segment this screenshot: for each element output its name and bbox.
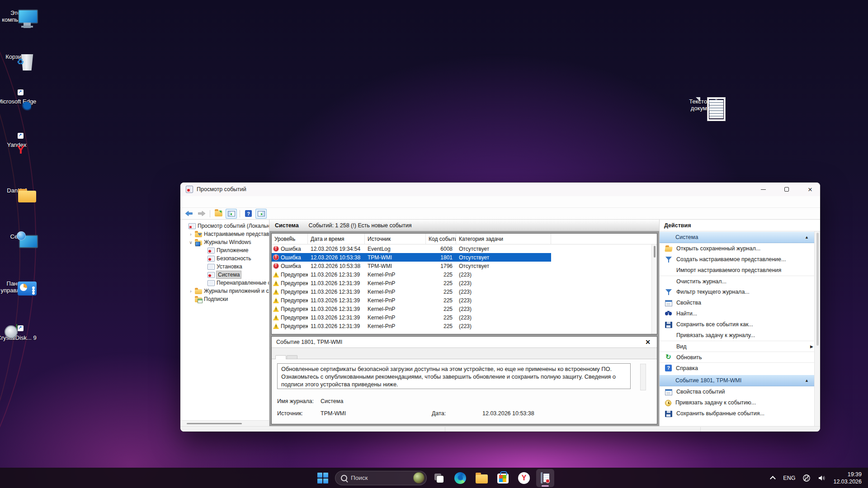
event-row[interactable]: Предупреж... 11.03.2026 12:31:39 Kernel-… <box>272 270 657 279</box>
tree-expander[interactable]: ∨ <box>189 240 193 245</box>
event-viewer-taskbar-button[interactable] <box>536 469 554 487</box>
event-row[interactable]: Ошибка 12.03.2026 19:34:54 EventLog 6008… <box>272 244 657 253</box>
desktop-icon[interactable]: Текстовый документ <box>683 96 724 112</box>
event-level-cell: Предупреж... <box>272 270 308 279</box>
action-item[interactable]: Сохранить все события как... <box>660 319 814 330</box>
action-item[interactable]: Фильтр текущего журнала... <box>660 286 814 297</box>
event-category-cell: (223) <box>456 322 551 330</box>
back-button[interactable] <box>183 209 194 219</box>
search-input[interactable] <box>351 474 410 481</box>
event-row[interactable]: Предупреж... 11.03.2026 12:31:39 Kernel-… <box>272 313 657 322</box>
language-indicator[interactable]: ENG <box>783 475 795 481</box>
tree-item[interactable]: › Журналы приложений и сл <box>180 287 269 295</box>
event-row[interactable]: Предупреж... 11.03.2026 12:31:39 Kernel-… <box>272 287 657 296</box>
microsoft-store-button[interactable] <box>494 469 512 487</box>
action-item[interactable]: Свойства событий <box>660 386 814 397</box>
search-daily-image[interactable] <box>413 472 425 483</box>
tree-item-label: Система <box>217 271 241 278</box>
action-item[interactable]: Справка <box>660 362 814 373</box>
desktop-icon[interactable]: Панель управления <box>0 278 37 294</box>
network-globe-icon[interactable] <box>802 474 811 482</box>
tree-item[interactable]: ∨ Журналы Windows <box>180 238 269 246</box>
help-button[interactable] <box>243 209 254 219</box>
event-row[interactable]: Ошибка 12.03.2026 10:53:38 TPM-WMI 1801 … <box>272 253 657 262</box>
open-saved-log-button[interactable] <box>213 209 224 219</box>
start-button[interactable] <box>314 469 332 487</box>
action-item[interactable]: Система ▲ <box>660 231 814 243</box>
desktop-icon[interactable]: Корзина <box>0 52 37 60</box>
menu-item[interactable] <box>208 200 216 204</box>
toggle-console-tree-button[interactable] <box>226 209 237 219</box>
action-item[interactable]: Свойства <box>660 297 814 308</box>
column-category[interactable]: Категория задачи <box>456 234 551 244</box>
menu-item[interactable] <box>183 200 191 204</box>
file-explorer-button[interactable] <box>472 469 491 487</box>
details-close-icon[interactable]: ✕ <box>643 338 652 346</box>
close-button[interactable]: × <box>800 183 820 196</box>
action-item[interactable]: Привязать задачу к журналу... <box>660 330 814 341</box>
toggle-action-pane-button[interactable] <box>255 209 267 219</box>
title-bar[interactable]: Просмотр событий × <box>180 183 820 196</box>
action-item[interactable]: Очистить журнал... <box>660 276 814 286</box>
tree-expander[interactable]: › <box>189 289 193 294</box>
scrollbar-thumb[interactable] <box>654 246 656 258</box>
scrollbar-thumb[interactable] <box>816 233 819 346</box>
desktop-icon[interactable]: Microsoft Edge <box>0 96 37 105</box>
desktop-icon[interactable]: Этот компьютер <box>0 8 37 23</box>
scrollbar-thumb[interactable] <box>187 423 242 424</box>
action-item[interactable]: Открыть сохраненный журнал... <box>660 243 814 254</box>
description-scrollbar[interactable] <box>640 364 646 390</box>
action-item[interactable]: Обновить <box>660 352 814 362</box>
menu-item[interactable] <box>199 200 208 204</box>
maximize-button[interactable] <box>777 183 797 196</box>
actions-scrollbar[interactable] <box>814 231 820 426</box>
action-item[interactable]: Импорт настраиваемого представления <box>660 265 814 276</box>
event-row[interactable]: Предупреж... 11.03.2026 12:31:39 Kernel-… <box>272 279 657 287</box>
action-item[interactable]: Создать настраиваемое представление... <box>660 254 814 265</box>
search-box[interactable] <box>335 471 427 485</box>
minimize-button[interactable] <box>753 183 773 196</box>
desktop-icon[interactable]: DanKof <box>0 185 37 194</box>
yandex-browser-button[interactable] <box>515 469 533 487</box>
menu-item[interactable] <box>191 200 199 204</box>
date-value: 12.03.2026 10:53:38 <box>482 410 534 417</box>
action-item[interactable]: Событие 1801, TPM-WMI ▲ <box>660 375 814 386</box>
tree-expander[interactable]: › <box>189 232 193 237</box>
event-row[interactable]: Предупреж... 11.03.2026 12:31:39 Kernel-… <box>272 296 657 305</box>
desktop-icon-label: Microsoft Edge <box>0 98 37 105</box>
result-header: Система Событий: 1 258 (!) Есть новые со… <box>269 220 659 231</box>
tree-item[interactable]: Приложение <box>180 246 269 254</box>
action-item[interactable]: Найти... <box>660 308 814 319</box>
action-item[interactable]: Вид ▶ <box>660 341 814 352</box>
hidden-icons-chevron-icon[interactable] <box>770 476 776 482</box>
details-tab[interactable] <box>287 355 297 359</box>
forward-button[interactable] <box>196 209 207 219</box>
event-code-cell: 6008 <box>426 244 456 253</box>
details-tab[interactable] <box>275 355 286 359</box>
action-item[interactable]: Привязать задачу к событию... <box>660 397 814 408</box>
tree-item[interactable]: Безопасность <box>180 254 269 263</box>
tree-horizontal-scrollbar[interactable] <box>180 420 269 426</box>
desktop-icon[interactable]: CrystalDisk... 9 <box>0 324 37 341</box>
edge-button[interactable] <box>451 469 469 487</box>
tree-item[interactable]: Установка <box>180 263 269 271</box>
event-row[interactable]: Предупреж... 11.03.2026 12:31:39 Kernel-… <box>272 305 657 313</box>
event-list-scrollbar[interactable] <box>651 244 657 334</box>
tree-item[interactable]: › Настраиваемые представле <box>180 230 269 238</box>
volume-icon[interactable] <box>818 474 826 482</box>
desktop-icon[interactable]: Yandex <box>0 140 37 148</box>
desktop-icon[interactable]: Сеть <box>0 231 37 240</box>
tree-item[interactable]: Просмотр событий (Локальнь <box>180 222 269 230</box>
tree-item[interactable]: Перенаправленные соб <box>180 279 269 287</box>
action-item[interactable]: Сохранить выбранные события... <box>660 408 814 419</box>
event-row[interactable]: Ошибка 12.03.2026 10:53:38 TPM-WMI 1796 … <box>272 262 657 270</box>
clock[interactable]: 19:39 12.03.2026 <box>833 471 862 485</box>
column-code[interactable]: Код события <box>426 234 456 244</box>
column-source[interactable]: Источник <box>365 234 426 244</box>
column-datetime[interactable]: Дата и время <box>308 234 365 244</box>
task-view-button[interactable] <box>430 469 448 487</box>
event-row[interactable]: Предупреж... 11.03.2026 12:31:39 Kernel-… <box>272 322 657 330</box>
event-description[interactable]: Обновленные сертификаты безопасной загру… <box>277 363 631 389</box>
tree-item[interactable]: Система <box>180 271 269 279</box>
tree-item[interactable]: Подписки <box>180 295 269 303</box>
